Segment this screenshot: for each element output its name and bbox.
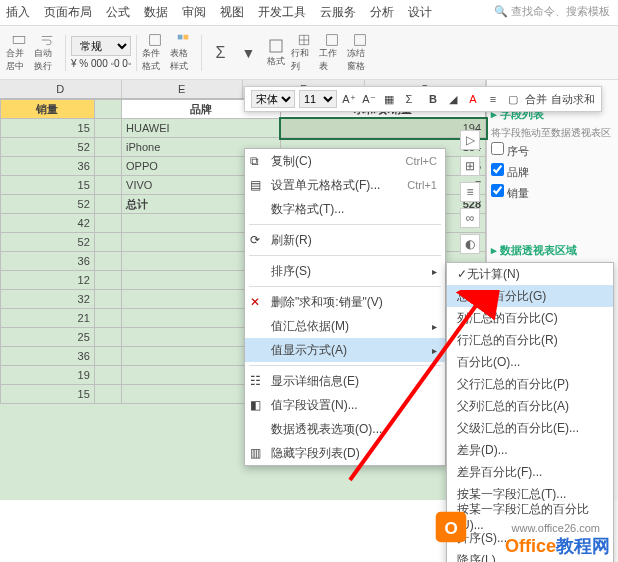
format-icon: ▤: [250, 178, 264, 192]
svg-text:O: O: [444, 519, 457, 538]
tab-data[interactable]: 数据: [144, 4, 168, 21]
fill-color-icon[interactable]: ◢: [445, 91, 461, 107]
bold-icon[interactable]: B: [425, 91, 441, 107]
pivot-icon[interactable]: ⊞: [460, 156, 480, 176]
wrap-text-button[interactable]: 自动换行: [34, 33, 60, 73]
tab-insert[interactable]: 插入: [6, 4, 30, 21]
align-icon[interactable]: ≡: [485, 91, 501, 107]
row-col-button[interactable]: 行和列: [291, 33, 317, 73]
field-hint: 将字段拖动至数据透视表区: [491, 126, 614, 140]
field-brand[interactable]: 品牌: [491, 161, 614, 182]
border-icon[interactable]: ▢: [505, 91, 521, 107]
cond-format-button[interactable]: 条件格式: [142, 33, 168, 73]
backup-icon[interactable]: ◐: [460, 234, 480, 254]
menu-number-format[interactable]: 数字格式(T)...: [245, 197, 445, 221]
size-select[interactable]: 11: [299, 90, 337, 108]
cell-style-button[interactable]: 表格样式: [170, 33, 196, 73]
menu-delete-field[interactable]: ✕删除"求和项:销量"(V): [245, 290, 445, 314]
sub-col-total[interactable]: 列汇总的百分比(C): [447, 307, 613, 329]
sub-diff[interactable]: 差异(D)...: [447, 439, 613, 461]
svg-rect-6: [355, 34, 366, 45]
cell[interactable]: 52: [1, 233, 95, 252]
menu-pivot-options[interactable]: 数据透视表选项(O)...: [245, 417, 445, 441]
cell[interactable]: 36: [1, 252, 95, 271]
menu-show-as[interactable]: 值显示方式(A)▸: [245, 338, 445, 362]
sub-row-total[interactable]: 行汇总的百分比(R): [447, 329, 613, 351]
merge-icon[interactable]: ▦: [381, 91, 397, 107]
menu-hide-fields[interactable]: ▥隐藏字段列表(D): [245, 441, 445, 465]
cell[interactable]: 19: [1, 366, 95, 385]
tab-dev[interactable]: 开发工具: [258, 4, 306, 21]
menu-detail[interactable]: ☷显示详细信息(E): [245, 369, 445, 393]
menu-field-settings[interactable]: ◧值字段设置(N)...: [245, 393, 445, 417]
selected-cell[interactable]: 194: [281, 119, 486, 138]
refresh-icon: ⟳: [250, 233, 264, 247]
merge-label[interactable]: 合并: [525, 92, 547, 107]
cell[interactable]: 36: [1, 157, 95, 176]
watermark-brand: Office教程网: [505, 534, 610, 558]
increase-font-icon[interactable]: A⁺: [341, 91, 357, 107]
freeze-button[interactable]: 冻结窗格: [347, 33, 373, 73]
watermark-url: www.office26.com: [512, 522, 600, 534]
merge-center-button[interactable]: 合并居中: [6, 33, 32, 73]
show-as-submenu: ✓ 无计算(N) 总计的百分比(G) 列汇总的百分比(C) 行汇总的百分比(R)…: [446, 262, 614, 562]
decrease-font-icon[interactable]: A⁻: [361, 91, 377, 107]
fill-icon[interactable]: ▼: [235, 33, 261, 73]
cell[interactable]: HUAWEI: [122, 119, 281, 138]
tab-review[interactable]: 审阅: [182, 4, 206, 21]
tab-design[interactable]: 设计: [408, 4, 432, 21]
hide-icon: ▥: [250, 446, 264, 460]
share-icon[interactable]: ∞: [460, 208, 480, 228]
menu-refresh[interactable]: ⟳刷新(R): [245, 228, 445, 252]
worksheet-button[interactable]: 工作表: [319, 33, 345, 73]
menu-sort[interactable]: 排序(S)▸: [245, 259, 445, 283]
tab-cloud[interactable]: 云服务: [320, 4, 356, 21]
search-box[interactable]: 🔍 查找命令、搜索模板: [494, 4, 610, 19]
font-color-icon[interactable]: A: [465, 91, 481, 107]
sum-label[interactable]: 自动求和: [551, 92, 595, 107]
cell[interactable]: 15: [1, 176, 95, 195]
autosum-icon[interactable]: Σ: [401, 91, 417, 107]
settings-icon: ◧: [250, 398, 264, 412]
tab-analyze[interactable]: 分析: [370, 4, 394, 21]
cell[interactable]: 15: [1, 385, 95, 404]
cell[interactable]: 21: [1, 309, 95, 328]
side-toolbar: ▷ ⊞ ≡ ∞ ◐: [460, 130, 482, 254]
context-menu: ⧉复制(C)Ctrl+C ▤设置单元格格式(F)...Ctrl+1 数字格式(T…: [244, 148, 446, 466]
sub-parent-row[interactable]: 父行汇总的百分比(P): [447, 373, 613, 395]
cell[interactable]: 52: [1, 195, 95, 214]
header-sales: 销量: [1, 100, 95, 119]
menu-copy[interactable]: ⧉复制(C)Ctrl+C: [245, 149, 445, 173]
svg-rect-3: [184, 34, 189, 39]
cell[interactable]: 32: [1, 290, 95, 309]
format-button[interactable]: 格式: [263, 33, 289, 73]
toolbar: 合并居中 自动换行 常规 ¥ % 000 ◦0 0◦ 条件格式 表格样式 Σ ▼…: [0, 26, 618, 80]
select-icon[interactable]: ▷: [460, 130, 480, 150]
field-seq[interactable]: 序号: [491, 140, 614, 161]
svg-rect-5: [327, 34, 338, 45]
number-format-select[interactable]: 常规: [71, 36, 131, 56]
cell[interactable]: 25: [1, 328, 95, 347]
cell[interactable]: 36: [1, 347, 95, 366]
sum-icon[interactable]: Σ: [207, 33, 233, 73]
property-icon[interactable]: ≡: [460, 182, 480, 202]
mini-toolbar: 宋体 11 A⁺ A⁻ ▦ Σ B ◢ A ≡ ▢ 合并 自动求和: [244, 86, 602, 112]
tab-formula[interactable]: 公式: [106, 4, 130, 21]
font-select[interactable]: 宋体: [251, 90, 295, 108]
sub-parent-col[interactable]: 父列汇总的百分比(A): [447, 395, 613, 417]
cell[interactable]: 42: [1, 214, 95, 233]
menu-summarize[interactable]: 值汇总依据(M)▸: [245, 314, 445, 338]
sub-pct-diff[interactable]: 差异百分比(F)...: [447, 461, 613, 483]
tab-view[interactable]: 视图: [220, 4, 244, 21]
sub-percent[interactable]: 百分比(O)...: [447, 351, 613, 373]
field-sales[interactable]: 销量: [491, 182, 614, 203]
sub-grand-total[interactable]: 总计的百分比(G): [447, 285, 613, 307]
cell[interactable]: 52: [1, 138, 95, 157]
tab-layout[interactable]: 页面布局: [44, 4, 92, 21]
cell[interactable]: 12: [1, 271, 95, 290]
sub-parent[interactable]: 父级汇总的百分比(E)...: [447, 417, 613, 439]
office-logo-icon: O: [434, 510, 468, 544]
menu-cell-format[interactable]: ▤设置单元格格式(F)...Ctrl+1: [245, 173, 445, 197]
sub-none[interactable]: ✓ 无计算(N): [447, 263, 613, 285]
cell[interactable]: 15: [1, 119, 95, 138]
